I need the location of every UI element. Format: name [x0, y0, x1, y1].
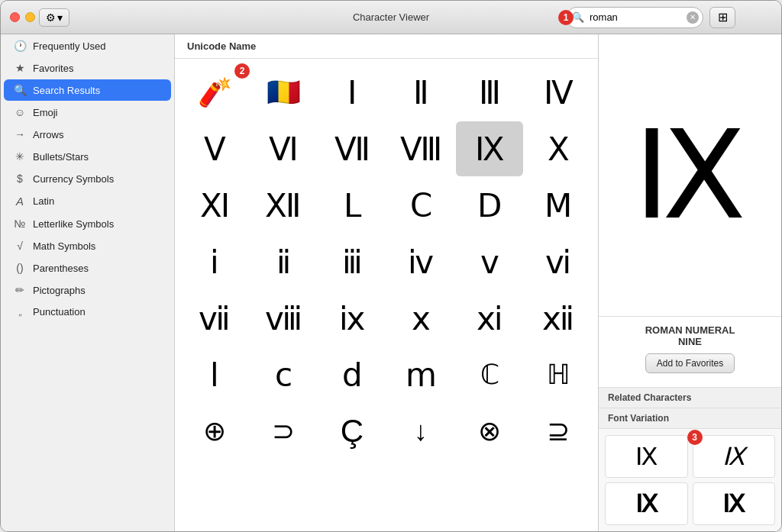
sidebar-item-pictographs[interactable]: ✏ Pictographs — [4, 279, 171, 301]
font-variation-char: Ⅸ — [635, 489, 658, 518]
sidebar-item-label: Arrows — [33, 129, 63, 140]
search-wrapper: 1 🔍 ✕ — [566, 7, 703, 28]
unicode-name-label: Unicode Name — [187, 40, 256, 52]
char-cell[interactable]: ⊕ — [181, 404, 248, 459]
char-cell[interactable]: Ⅹ — [525, 121, 592, 176]
gear-icon: ⚙ — [46, 11, 56, 24]
center-panel: Unicode Name 2 🧨 🇷🇴 Ⅰ Ⅱ Ⅲ Ⅳ Ⅴ Ⅵ Ⅶ Ⅷ Ⅸ Ⅹ — [175, 34, 598, 531]
char-cell[interactable]: Ⅵ — [250, 121, 317, 176]
char-cell[interactable]: 2 🧨 — [181, 65, 248, 120]
gear-button[interactable]: ⚙ ▾ — [39, 8, 69, 27]
font-variation-char: Ⅸ — [722, 489, 745, 518]
sidebar-item-math-symbols[interactable]: √ Math Symbols — [4, 235, 171, 256]
sidebar-item-label: Currency Symbols — [33, 173, 114, 185]
char-cell[interactable]: Ⅾ — [456, 178, 523, 233]
arrow-icon: → — [13, 128, 27, 140]
window-title: Character Viewer — [353, 11, 429, 23]
search-input[interactable] — [566, 7, 703, 28]
char-cell[interactable]: ⅿ — [387, 347, 454, 402]
char-cell-selected[interactable]: Ⅸ — [456, 121, 523, 176]
char-cell[interactable]: ⅰ — [181, 234, 248, 289]
char-cell[interactable]: ⊗ — [456, 404, 523, 459]
sidebar-item-parentheses[interactable]: () Parentheses — [4, 257, 171, 279]
font-variation-cell[interactable]: Ⅸ — [605, 435, 688, 478]
font-variation-area: Ⅸ 3 Ⅸ Ⅸ Ⅸ — [599, 429, 781, 531]
char-cell[interactable]: ⅲ — [318, 234, 386, 289]
char-cell[interactable]: Ⅿ — [525, 178, 592, 233]
char-cell[interactable]: 🇷🇴 — [250, 65, 317, 120]
char-cell[interactable]: Ⅺ — [181, 178, 248, 233]
font-variation-cell[interactable]: 3 Ⅸ — [693, 435, 776, 478]
search-icon: 🔍 — [13, 84, 27, 96]
font-variation-cell[interactable]: Ⅸ — [693, 482, 776, 525]
char-cell[interactable]: ⅽ — [250, 347, 317, 402]
char-cell[interactable]: ℂ — [456, 347, 523, 402]
char-cell[interactable]: Ⅷ — [387, 121, 454, 176]
char-cell[interactable]: Ⅲ — [456, 65, 523, 120]
sidebar-item-emoji[interactable]: ☺ Emoji — [4, 102, 171, 123]
sidebar-item-favorites[interactable]: ★ Favorites — [4, 57, 171, 79]
char-cell[interactable]: ⅻ — [525, 291, 592, 346]
char-unicode-name: ROMAN NUMERALNINE — [608, 324, 772, 347]
char-cell[interactable]: ⅾ — [318, 347, 386, 402]
char-preview: Ⅸ — [599, 34, 781, 317]
char-cell[interactable]: ⊃ — [250, 404, 317, 459]
char-cell[interactable]: ⅶ — [181, 291, 248, 346]
char-cell[interactable]: Ⅽ — [387, 178, 454, 233]
char-cell[interactable]: Ⅰ — [318, 65, 386, 120]
char-cell[interactable]: Ç — [318, 404, 386, 459]
sidebar-item-bullets-stars[interactable]: ✳ Bullets/Stars — [4, 146, 171, 167]
char-cell[interactable]: ⅴ — [456, 234, 523, 289]
sidebar-item-punctuation[interactable]: ,, Punctuation — [4, 301, 171, 322]
punctuation-icon: ,, — [13, 308, 27, 317]
clear-search-button[interactable]: ✕ — [687, 11, 699, 24]
char-cell[interactable]: Ⅳ — [525, 65, 592, 120]
sidebar: 🕐 Frequently Used ★ Favorites 🔍 Search R… — [1, 34, 175, 531]
sidebar-item-currency-symbols[interactable]: $ Currency Symbols — [4, 168, 171, 189]
character-viewer-window: Character Viewer ⚙ ▾ 1 🔍 ✕ ⊞ 🕐 Frequ — [0, 0, 782, 532]
char-cell[interactable]: Ⅻ — [250, 178, 317, 233]
char-cell[interactable]: ⊇ — [525, 404, 592, 459]
add-to-favorites-button[interactable]: Add to Favorites — [645, 353, 735, 373]
char-cell[interactable]: Ⅼ — [318, 178, 386, 233]
sidebar-item-letterlike-symbols[interactable]: № Letterlike Symbols — [4, 213, 171, 234]
char-cell[interactable]: Ⅱ — [387, 65, 454, 120]
sidebar-item-arrows[interactable]: → Arrows — [4, 124, 171, 145]
grid-view-button[interactable]: ⊞ — [709, 7, 735, 28]
char-cell[interactable]: ⅼ — [181, 347, 248, 402]
char-cell[interactable]: Ⅶ — [318, 121, 386, 176]
close-button[interactable] — [10, 12, 20, 22]
toolbar: ⚙ ▾ — [39, 8, 69, 27]
sidebar-item-latin[interactable]: A Latin — [4, 190, 171, 212]
related-chars-header: Related Characters — [599, 388, 781, 408]
font-variation-label: Font Variation — [608, 413, 669, 424]
char-cell[interactable]: ⅹ — [387, 291, 454, 346]
sidebar-item-label: Math Symbols — [33, 240, 95, 252]
char-cell[interactable]: ⅳ — [387, 234, 454, 289]
char-info: ROMAN NUMERALNINE Add to Favorites — [599, 317, 781, 388]
font-variation-cell[interactable]: Ⅸ — [605, 482, 688, 525]
badge-3: 3 — [687, 430, 703, 445]
char-cell[interactable]: ⅵ — [525, 234, 592, 289]
sidebar-item-label: Frequently Used — [33, 40, 105, 52]
search-icon: 🔍 — [572, 11, 584, 23]
char-cell[interactable]: ⅸ — [318, 291, 386, 346]
sidebar-item-label: Letterlike Symbols — [33, 218, 114, 230]
sidebar-item-search-results[interactable]: 🔍 Search Results — [4, 79, 171, 101]
char-cell[interactable]: ⅱ — [250, 234, 317, 289]
sidebar-item-frequently-used[interactable]: 🕐 Frequently Used — [4, 35, 171, 56]
pictograph-icon: ✏ — [13, 284, 27, 296]
char-cell[interactable]: ⅷ — [250, 291, 317, 346]
char-cell[interactable]: ℍ — [525, 347, 592, 402]
chevron-down-icon: ▾ — [57, 11, 63, 24]
sidebar-item-label: Punctuation — [33, 306, 86, 318]
char-cell[interactable]: Ⅴ — [181, 121, 248, 176]
char-cell[interactable]: ↓ — [387, 404, 454, 459]
dollar-icon: $ — [13, 172, 27, 185]
asterisk-icon: ✳ — [13, 150, 27, 163]
sidebar-item-label: Parentheses — [33, 263, 89, 274]
star-icon: ★ — [13, 62, 27, 74]
main-content: 🕐 Frequently Used ★ Favorites 🔍 Search R… — [1, 34, 781, 531]
minimize-button[interactable] — [25, 12, 35, 22]
char-cell[interactable]: ⅺ — [456, 291, 523, 346]
